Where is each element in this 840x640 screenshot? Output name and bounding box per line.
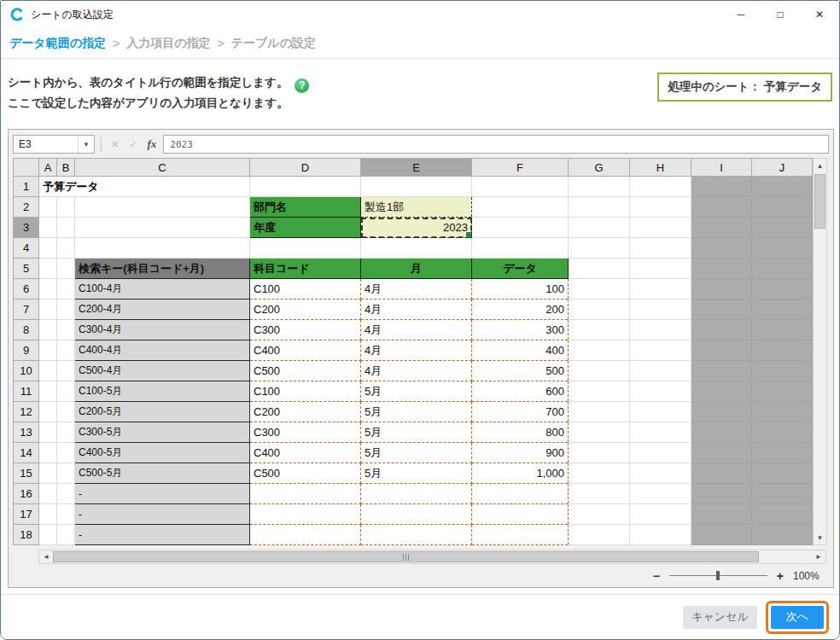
- cell-D9[interactable]: C400: [250, 340, 361, 361]
- cell-F1[interactable]: [472, 177, 569, 197]
- cell-F5[interactable]: データ: [472, 259, 569, 279]
- cell-I1[interactable]: [691, 177, 752, 197]
- cell-D16[interactable]: [250, 484, 361, 504]
- row-header-4[interactable]: 4: [14, 238, 39, 259]
- cell-H7[interactable]: [630, 300, 691, 320]
- cell-I9[interactable]: [691, 340, 752, 361]
- cell-C4[interactable]: [75, 238, 250, 259]
- row-header-16[interactable]: 16: [14, 484, 39, 504]
- zoom-slider-thumb[interactable]: [716, 571, 720, 580]
- zoom-slider[interactable]: [669, 571, 767, 580]
- col-header-F[interactable]: F: [472, 159, 569, 177]
- help-icon[interactable]: ?: [295, 79, 309, 93]
- cell-F17[interactable]: [472, 504, 569, 525]
- cell-H3[interactable]: [630, 218, 691, 238]
- cell-G8[interactable]: [569, 320, 630, 340]
- row-header-13[interactable]: 13: [14, 422, 39, 443]
- cell-J2[interactable]: [752, 197, 813, 218]
- cell-B17[interactable]: [57, 504, 75, 525]
- cell-F18[interactable]: [472, 525, 569, 545]
- cell-I18[interactable]: [691, 525, 752, 545]
- row-header-10[interactable]: 10: [14, 361, 39, 381]
- cell-B2[interactable]: [57, 197, 75, 218]
- cell-C16[interactable]: -: [75, 484, 250, 504]
- cell-E9[interactable]: 4月: [361, 340, 472, 361]
- cell-G3[interactable]: [569, 218, 630, 238]
- vertical-scroll-track[interactable]: [814, 172, 826, 531]
- cell-E5[interactable]: 月: [361, 259, 472, 279]
- cell-E15[interactable]: 5月: [361, 463, 472, 484]
- cell-B11[interactable]: [57, 381, 75, 402]
- next-button[interactable]: 次へ: [771, 606, 824, 629]
- cell-A10[interactable]: [39, 361, 57, 381]
- cell-B6[interactable]: [57, 279, 75, 300]
- cell-C12[interactable]: C200-5月: [75, 402, 250, 422]
- cell-G7[interactable]: [569, 300, 630, 320]
- cell-I12[interactable]: [691, 402, 752, 422]
- cell-A11[interactable]: [39, 381, 57, 402]
- formula-input[interactable]: 2023: [163, 135, 829, 154]
- cell-J12[interactable]: [752, 402, 813, 422]
- cell-H6[interactable]: [630, 279, 691, 300]
- cell-D2[interactable]: 部門名: [250, 197, 361, 218]
- col-header-C[interactable]: C: [75, 159, 250, 177]
- cell-D6[interactable]: C100: [250, 279, 361, 300]
- formula-cancel-icon[interactable]: ✕: [108, 139, 122, 150]
- cell-I8[interactable]: [691, 320, 752, 340]
- cell-I4[interactable]: [691, 238, 752, 259]
- cell-J3[interactable]: [752, 218, 813, 238]
- cell-H11[interactable]: [630, 381, 691, 402]
- cell-F7[interactable]: 200: [472, 300, 569, 320]
- cell-F2[interactable]: [472, 197, 569, 218]
- cell-A13[interactable]: [39, 422, 57, 443]
- cell-E13[interactable]: 5月: [361, 422, 472, 443]
- cell-G14[interactable]: [569, 443, 630, 463]
- cell-B3[interactable]: [57, 218, 75, 238]
- cell-G18[interactable]: [569, 525, 630, 545]
- minimize-button[interactable]: ─: [721, 1, 761, 28]
- vertical-scroll-thumb[interactable]: [814, 174, 825, 229]
- scroll-left-icon[interactable]: ◄: [39, 550, 53, 563]
- cell-F13[interactable]: 800: [472, 422, 569, 443]
- cell-A7[interactable]: [39, 300, 57, 320]
- row-header-1[interactable]: 1: [14, 177, 39, 197]
- cell-F16[interactable]: [472, 484, 569, 504]
- cell-G2[interactable]: [569, 197, 630, 218]
- cell-E6[interactable]: 4月: [361, 279, 472, 300]
- cell-A5[interactable]: [39, 259, 57, 279]
- cell-D12[interactable]: C200: [250, 402, 361, 422]
- col-header-H[interactable]: H: [630, 159, 691, 177]
- cell-C3[interactable]: [75, 218, 250, 238]
- cell-C2[interactable]: [75, 197, 250, 218]
- cell-E12[interactable]: 5月: [361, 402, 472, 422]
- row-header-2[interactable]: 2: [14, 197, 39, 218]
- row-header-3[interactable]: 3: [14, 218, 39, 238]
- cell-D14[interactable]: C400: [250, 443, 361, 463]
- scroll-up-icon[interactable]: ▲: [814, 159, 826, 172]
- cell-A4[interactable]: [39, 238, 57, 259]
- cell-H15[interactable]: [630, 463, 691, 484]
- cell-G4[interactable]: [569, 238, 630, 259]
- cell-B16[interactable]: [57, 484, 75, 504]
- scroll-right-icon[interactable]: ►: [812, 550, 825, 563]
- cell-E2[interactable]: 製造1部: [361, 197, 472, 218]
- cell-H18[interactable]: [630, 525, 691, 545]
- cell-B5[interactable]: [57, 259, 75, 279]
- cell-F15[interactable]: 1,000: [472, 463, 569, 484]
- cell-J4[interactable]: [752, 238, 813, 259]
- cell-J9[interactable]: [752, 340, 813, 361]
- zoom-out-button[interactable]: −: [653, 569, 660, 583]
- cell-E16[interactable]: [361, 484, 472, 504]
- cell-H17[interactable]: [630, 504, 691, 525]
- cell-I10[interactable]: [691, 361, 752, 381]
- cell-G16[interactable]: [569, 484, 630, 504]
- cell-C7[interactable]: C200-4月: [75, 300, 250, 320]
- insert-function-icon[interactable]: fx: [143, 137, 160, 151]
- horizontal-scroll-track[interactable]: [53, 550, 812, 563]
- cell-G13[interactable]: [569, 422, 630, 443]
- zoom-in-button[interactable]: +: [777, 569, 784, 583]
- cell-J13[interactable]: [752, 422, 813, 443]
- cell-J1[interactable]: [752, 177, 813, 197]
- col-header-D[interactable]: D: [250, 159, 361, 177]
- cell-G10[interactable]: [569, 361, 630, 381]
